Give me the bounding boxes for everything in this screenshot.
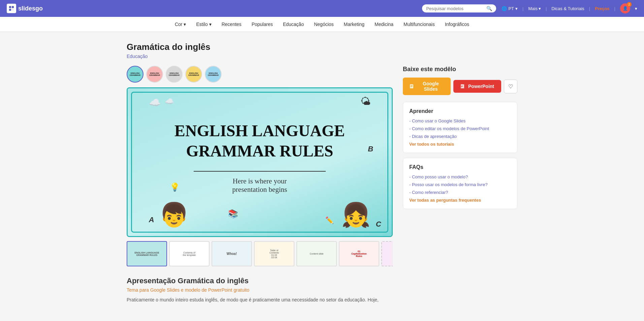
faqs-card: FAQs - Como posso usar o modelo? - Posso…: [403, 158, 517, 209]
subnav-educacao[interactable]: Educação: [278, 17, 309, 32]
faqs-see-all[interactable]: Ver todas as perguntas frequentes: [409, 198, 511, 203]
download-section: Baixe este modêlo Google Slides: [403, 66, 517, 95]
search-bar: 🔍: [422, 4, 496, 12]
nav-mais[interactable]: Mais ▾: [528, 6, 541, 11]
subnav-cor[interactable]: Cor ▾: [170, 17, 191, 32]
faq-link-2[interactable]: - Posso usar os modelos de forma livre?: [409, 182, 511, 187]
slide-preview[interactable]: ☁️ ☁️ 🌤 English LanguageGrammar Rules He…: [127, 87, 393, 237]
svg-rect-0: [9, 6, 11, 8]
letter-c: C: [376, 220, 381, 229]
header: slidesgo 🔍 🌐 PT ▾ | Mais ▾ | Dicas & Tut…: [0, 0, 644, 17]
main-content: Gramática do inglês Educação ENGLISHGRAM…: [120, 32, 524, 317]
divider: |: [614, 6, 615, 11]
content-area: ENGLISHGRAMMAR ENGLISHGRAMMAR ENGLISHGRA…: [127, 66, 517, 266]
subnav-negocios[interactable]: Negócios: [309, 17, 338, 32]
nav-dicas[interactable]: Dicas & Tutoriais: [551, 6, 584, 11]
thumb-7-partial[interactable]: 👧: [381, 241, 393, 266]
powerpoint-icon: P: [459, 83, 465, 89]
girl-character: 👧: [341, 201, 371, 229]
favorite-button[interactable]: ♡: [504, 80, 517, 93]
globe-icon: 🌐: [502, 6, 507, 11]
desc-subtitle: Tema para Google Slides e modelo de Powe…: [127, 287, 517, 293]
google-slides-icon: [409, 83, 414, 89]
variant-5[interactable]: ENGLISHGRAMMAR: [205, 66, 222, 83]
sun-decoration: 🌤: [360, 96, 371, 107]
faq-link-3[interactable]: - Como referenciar?: [409, 190, 511, 195]
page-title: Gramática do inglês: [127, 42, 517, 52]
subnav-estilo[interactable]: Estilo ▾: [191, 17, 216, 32]
subnav-multifuncionais[interactable]: Multifuncionais: [399, 17, 440, 32]
logo-text: slidesgo: [18, 5, 43, 12]
learn-link-3[interactable]: - Dicas de apresentação: [409, 134, 511, 139]
svg-rect-7: [411, 87, 412, 87]
letter-a: A: [149, 215, 154, 224]
thumb-5[interactable]: Content slide: [296, 241, 337, 266]
svg-text:P: P: [461, 85, 463, 88]
google-slides-button[interactable]: Google Slides: [403, 78, 451, 95]
learn-link-1[interactable]: - Como usar o Google Slides: [409, 118, 511, 123]
books-decoration: 📚: [228, 209, 238, 218]
header-nav: 🌐 PT ▾ | Mais ▾ | Dicas & Tutoriais | Pr…: [502, 3, 637, 13]
cloud2-decoration: ☁️: [165, 97, 174, 106]
svg-rect-2: [9, 9, 11, 11]
learn-link-2[interactable]: - Como editar os modelos de PowerPoint: [409, 126, 511, 131]
divider: |: [546, 6, 547, 11]
language-selector[interactable]: 🌐 PT ▾: [502, 6, 518, 11]
svg-rect-3: [12, 9, 14, 11]
subnav-recentes[interactable]: Recentes: [217, 17, 246, 32]
subnav-infograficos[interactable]: Infográficos: [440, 17, 474, 32]
variant-3[interactable]: ENGLISHGRAMMAR: [166, 66, 183, 83]
divider: |: [522, 6, 523, 11]
thumb-2[interactable]: Contents ofthe template: [169, 241, 210, 266]
letter-b: B: [368, 145, 373, 153]
pencil-decoration: ✏️: [325, 216, 334, 224]
chevron-down-icon[interactable]: ▾: [635, 6, 637, 11]
left-panel: ENGLISHGRAMMAR ENGLISHGRAMMAR ENGLISHGRA…: [127, 66, 393, 266]
chevron-down-icon: ▾: [209, 22, 212, 27]
logo[interactable]: slidesgo: [7, 4, 43, 13]
variant-4[interactable]: ENGLISHGRAMMAR: [185, 66, 202, 83]
chevron-down-icon: ▾: [539, 6, 541, 11]
thumbnail-strip: English LanguageGrammar Rules Contents o…: [127, 241, 393, 266]
thumb-6[interactable]: 01CapitalizationRules: [339, 241, 379, 266]
chevron-down-icon: ▾: [515, 6, 518, 11]
page-category: Educação: [127, 54, 517, 59]
search-icon: 🔍: [486, 6, 492, 11]
avatar[interactable]: 👤 2: [620, 3, 630, 13]
slide-underline: [194, 171, 326, 172]
bulb-icon: 💡: [170, 182, 180, 192]
svg-rect-1: [12, 6, 14, 8]
logo-icon: [7, 4, 16, 13]
subnav-populares[interactable]: Populares: [247, 17, 278, 32]
chevron-down-icon: ▾: [184, 22, 186, 27]
faqs-title: FAQs: [409, 164, 511, 170]
desc-text: Praticamente o mundo inteiro estuda ingl…: [127, 296, 517, 303]
faq-link-1[interactable]: - Como posso usar o modelo?: [409, 174, 511, 179]
learn-see-all[interactable]: Ver todos os tutoriais: [409, 142, 511, 147]
powerpoint-button[interactable]: P PowerPoint: [453, 80, 501, 93]
svg-rect-6: [411, 86, 413, 86]
slide-subtitle: Here is where yourpresentation begins: [207, 177, 313, 194]
learn-title: Aprender: [409, 108, 511, 114]
learn-card: Aprender - Como usar o Google Slides - C…: [403, 102, 517, 153]
subnav: Cor ▾ Estilo ▾ Recentes Populares Educaç…: [0, 17, 644, 32]
subnav-medicina[interactable]: Medicina: [370, 17, 398, 32]
thumb-3[interactable]: Whoa!: [212, 241, 252, 266]
lang-label: PT: [508, 6, 514, 11]
subnav-marketing[interactable]: Marketing: [339, 17, 369, 32]
nav-precos[interactable]: Preços: [595, 6, 609, 11]
cloud-decoration: ☁️: [149, 97, 161, 108]
thumb-1[interactable]: English LanguageGrammar Rules: [127, 241, 167, 266]
heart-icon: ♡: [508, 84, 513, 89]
variant-2[interactable]: ENGLISHGRAMMAR: [146, 66, 163, 83]
thumb-4[interactable]: Table ofContents01 0203 04: [254, 241, 294, 266]
search-input[interactable]: [426, 6, 484, 11]
variant-1[interactable]: ENGLISHGRAMMAR: [127, 66, 143, 83]
boy-character: 👦: [159, 201, 189, 229]
description-section: Apresentação Gramática do inglês Tema pa…: [127, 276, 517, 303]
download-title: Baixe este modêlo: [403, 66, 517, 73]
color-variants: ENGLISHGRAMMAR ENGLISHGRAMMAR ENGLISHGRA…: [127, 66, 393, 83]
desc-title: Apresentação Gramática do inglês: [127, 276, 517, 285]
divider: |: [589, 6, 590, 11]
svg-rect-5: [411, 85, 413, 86]
